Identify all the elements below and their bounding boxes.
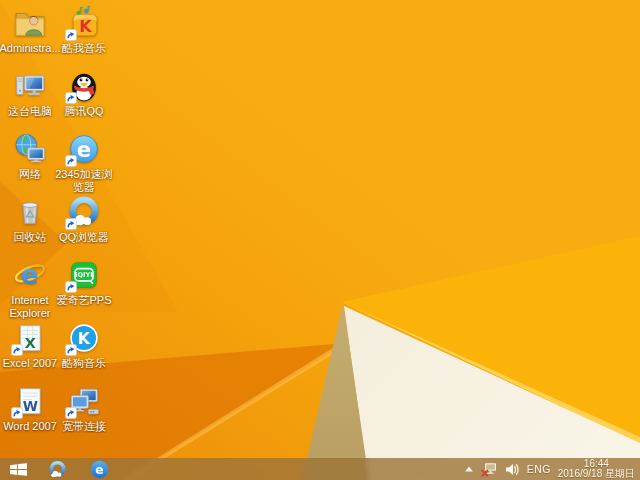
taskbar-internet-explorer[interactable]: e: [78, 458, 120, 480]
shortcut-arrow-icon: [65, 281, 77, 293]
word-icon: W: [13, 384, 47, 418]
svg-text:K: K: [78, 329, 91, 348]
taskbar-clock[interactable]: 16:44 2016/9/18 星期日: [558, 459, 635, 480]
shortcut-arrow-icon: [11, 407, 23, 419]
shortcut-arrow-icon: [65, 29, 77, 41]
recycle-bin-icon: [13, 195, 47, 229]
chevron-up-icon[interactable]: [464, 465, 474, 473]
icon-label: QQ浏览器: [50, 231, 118, 244]
icon-label: 酷狗音乐: [50, 357, 118, 370]
network-globe-icon: [13, 132, 47, 166]
taskbar-pinned-apps: e: [36, 458, 120, 480]
2345-accelerated-browser[interactable]: e2345加速浏览器: [56, 132, 112, 194]
icon-label: 爱奇艺PPS: [50, 294, 118, 307]
ie-icon: e: [13, 258, 47, 292]
language-indicator[interactable]: ENG: [527, 463, 551, 475]
qq-browser-icon: [48, 460, 67, 479]
svg-text:K: K: [79, 17, 92, 36]
icon-label: 酷我音乐: [50, 42, 118, 55]
svg-text:W: W: [23, 398, 38, 414]
taskbar-qq-browser[interactable]: [36, 458, 78, 480]
shortcut-arrow-icon: [11, 344, 23, 356]
internet-explorer[interactable]: eInternet Explorer: [2, 258, 58, 320]
shortcut-arrow-icon: [65, 92, 77, 104]
iqiyi-pps[interactable]: iQIYI爱奇艺PPS: [56, 258, 112, 320]
windows-logo-icon: [10, 463, 27, 476]
qq-browser-icon: [67, 195, 101, 229]
ie-ball-icon: e: [90, 460, 109, 479]
svg-text:e: e: [20, 259, 38, 290]
desktop: Administra...K酷我音乐这台电脑腾讯QQ网络e2345加速浏览器回收…: [0, 0, 640, 480]
start-button[interactable]: [0, 458, 36, 480]
tencent-qq[interactable]: 腾讯QQ: [56, 69, 112, 131]
recycle-bin[interactable]: 回收站: [2, 195, 58, 257]
icon-label: 2345加速浏览器: [50, 168, 118, 194]
kugou-icon: K: [67, 321, 101, 355]
icon-label: 宽带连接: [50, 420, 118, 433]
shortcut-arrow-icon: [65, 344, 77, 356]
svg-text:e: e: [95, 463, 103, 477]
kuwo-music-icon: K: [67, 6, 101, 40]
volume-icon[interactable]: [505, 463, 520, 476]
qq-penguin-icon: [67, 69, 101, 103]
blue-e-browser-icon: e: [67, 132, 101, 166]
system-tray: ENG 16:44 2016/9/18 星期日: [464, 458, 640, 480]
kuwo-music[interactable]: K酷我音乐: [56, 6, 112, 68]
qq-browser[interactable]: QQ浏览器: [56, 195, 112, 257]
kugou-music[interactable]: K酷狗音乐: [56, 321, 112, 383]
desktop-icon-grid: Administra...K酷我音乐这台电脑腾讯QQ网络e2345加速浏览器回收…: [0, 0, 640, 480]
computer-icon: [13, 69, 47, 103]
shortcut-arrow-icon: [65, 218, 77, 230]
svg-text:iQIYI: iQIYI: [75, 271, 93, 279]
icon-label: 腾讯QQ: [50, 105, 118, 118]
excel-icon: X: [13, 321, 47, 355]
administrator-folder[interactable]: Administra...: [2, 6, 58, 68]
broadband-connection[interactable]: 宽带连接: [56, 384, 112, 446]
this-pc[interactable]: 这台电脑: [2, 69, 58, 131]
network-disconnected-icon[interactable]: [481, 462, 498, 477]
shortcut-arrow-icon: [65, 155, 77, 167]
svg-text:e: e: [77, 137, 91, 162]
broadband-icon: [67, 384, 101, 418]
word-2007[interactable]: WWord 2007: [2, 384, 58, 446]
iqiyi-icon: iQIYI: [67, 258, 101, 292]
clock-date: 2016/9/18 星期日: [558, 469, 635, 480]
shortcut-arrow-icon: [65, 407, 77, 419]
taskbar: e ENG: [0, 458, 640, 480]
user-folder-icon: [13, 6, 47, 40]
excel-2007[interactable]: XExcel 2007: [2, 321, 58, 383]
svg-text:X: X: [25, 335, 36, 351]
